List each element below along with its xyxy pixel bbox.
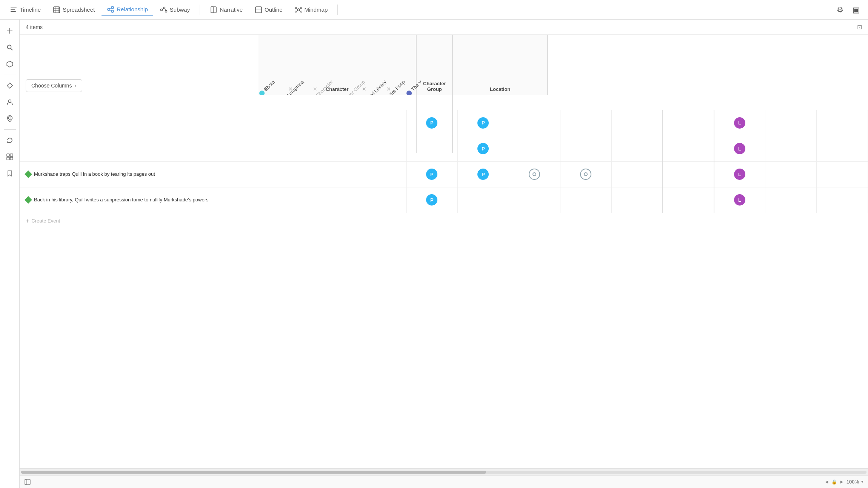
- panel-toggle-button[interactable]: ▣: [849, 3, 863, 17]
- svg-line-12: [110, 10, 111, 11]
- rel-thev-4[interactable]: [817, 187, 868, 213]
- rel-create-group-2[interactable]: [663, 136, 714, 161]
- nav-spreadsheet[interactable]: Spreadsheet: [48, 4, 100, 16]
- refresh-button[interactable]: [2, 133, 17, 148]
- nav-divider-2: [337, 5, 338, 15]
- svg-rect-41: [7, 157, 9, 160]
- rel-create-group-3[interactable]: [663, 161, 714, 187]
- a-badge[interactable]: [580, 169, 591, 180]
- rel-sunfire-1[interactable]: [765, 110, 817, 136]
- filter-icon: [6, 61, 13, 68]
- svg-rect-40: [10, 154, 13, 157]
- rel-grand-library-3[interactable]: L: [714, 161, 765, 187]
- rel-quill-1[interactable]: P: [406, 110, 457, 136]
- p-badge[interactable]: P: [477, 143, 489, 154]
- event-cell-4[interactable]: Back in his library, Quill writes a supp…: [20, 187, 406, 213]
- nav-timeline[interactable]: Timeline: [5, 4, 46, 16]
- rel-seraphina-2[interactable]: [560, 136, 611, 161]
- svg-rect-2: [11, 11, 16, 12]
- bookmark-button[interactable]: [2, 166, 17, 181]
- rel-create-char-4[interactable]: [611, 187, 663, 213]
- chart-button[interactable]: [2, 149, 17, 164]
- rel-sunfire-4[interactable]: [765, 187, 817, 213]
- event-cell-3[interactable]: Murkshade traps Quill in a book by teari…: [20, 161, 406, 187]
- rel-grand-library-4[interactable]: L: [714, 187, 765, 213]
- a-badge[interactable]: [529, 169, 540, 180]
- nav-mindmap[interactable]: Mindmap: [289, 4, 333, 16]
- rel-create-group-4[interactable]: [663, 187, 714, 213]
- search-button[interactable]: [2, 40, 17, 55]
- rel-seraphina-4[interactable]: [560, 187, 611, 213]
- nav-subway[interactable]: Subway: [155, 4, 195, 16]
- rel-create-char-3[interactable]: [611, 161, 663, 187]
- remove-elysia-btn[interactable]: ✕: [263, 86, 269, 92]
- p-badge[interactable]: P: [477, 117, 489, 129]
- rel-quill-2[interactable]: [406, 136, 457, 161]
- rel-murkshade-4[interactable]: [457, 187, 509, 213]
- svg-rect-39: [7, 154, 9, 157]
- rel-sunfire-3[interactable]: [765, 161, 817, 187]
- rel-elysia-4[interactable]: [509, 187, 560, 213]
- l-badge[interactable]: L: [734, 169, 745, 180]
- svg-rect-36: [7, 83, 12, 88]
- zoom-forward-button[interactable]: ►: [839, 479, 844, 485]
- rel-murkshade-1[interactable]: P: [457, 110, 509, 136]
- rel-murkshade-3[interactable]: P: [457, 161, 509, 187]
- svg-marker-35: [7, 61, 13, 67]
- zoom-back-button[interactable]: ◄: [824, 479, 829, 485]
- rel-thev-2[interactable]: [817, 136, 868, 161]
- table-container[interactable]: Choose Columns › Character Character Gro…: [20, 35, 868, 468]
- svg-line-28: [300, 8, 300, 9]
- event-diamond-3: [25, 170, 32, 178]
- svg-point-8: [108, 8, 110, 11]
- rel-grand-library-2[interactable]: L: [714, 136, 765, 161]
- rel-murkshade-2[interactable]: P: [457, 136, 509, 161]
- svg-line-30: [300, 11, 300, 11]
- choose-columns-button[interactable]: Choose Columns ›: [26, 79, 82, 92]
- l-badge[interactable]: L: [734, 143, 745, 154]
- rel-elysia-1[interactable]: [509, 110, 560, 136]
- remove-seraphina-btn[interactable]: ✕: [288, 86, 294, 92]
- rel-grand-library-1[interactable]: L: [714, 110, 765, 136]
- l-badge[interactable]: L: [734, 194, 745, 206]
- rel-thev-3[interactable]: [817, 161, 868, 187]
- svg-point-25: [295, 11, 297, 12]
- diamond-button[interactable]: [2, 78, 17, 93]
- expand-button[interactable]: ⊡: [857, 23, 862, 31]
- add-button[interactable]: [2, 23, 17, 38]
- remove-library-btn[interactable]: ✕: [361, 86, 367, 92]
- rel-create-char-2[interactable]: [611, 136, 663, 161]
- filter-button[interactable]: [2, 57, 17, 72]
- create-event-button[interactable]: + Create Event: [26, 218, 862, 224]
- rel-seraphina-1[interactable]: [560, 110, 611, 136]
- horizontal-scrollbar[interactable]: [20, 468, 868, 475]
- rel-elysia-2[interactable]: [509, 136, 560, 161]
- nav-relationship[interactable]: Relationship: [102, 3, 153, 16]
- l-badge[interactable]: L: [734, 117, 745, 129]
- p-badge[interactable]: P: [426, 169, 437, 180]
- p-badge[interactable]: P: [426, 117, 437, 129]
- rel-sunfire-2[interactable]: [765, 136, 817, 161]
- rel-seraphina-3[interactable]: [560, 161, 611, 187]
- rel-elysia-3[interactable]: [509, 161, 560, 187]
- rel-thev-1[interactable]: [817, 110, 868, 136]
- rel-create-char-1[interactable]: [611, 110, 663, 136]
- settings-button[interactable]: ⚙: [833, 3, 847, 17]
- chevron-right-icon: ›: [75, 83, 77, 89]
- items-count: 4 items: [26, 24, 43, 30]
- zoom-dropdown-button[interactable]: ▾: [861, 479, 863, 484]
- location-button[interactable]: [2, 111, 17, 126]
- rel-quill-3[interactable]: P: [406, 161, 457, 187]
- remove-sunfire-btn[interactable]: ✕: [386, 86, 392, 92]
- p-badge[interactable]: P: [426, 194, 437, 206]
- scrollbar-thumb[interactable]: [21, 471, 486, 474]
- svg-point-26: [300, 11, 302, 12]
- nav-narrative[interactable]: Narrative: [205, 4, 248, 16]
- layout-toggle-button[interactable]: [24, 479, 31, 485]
- status-bar: ◄ 🔒 ► 100% ▾: [20, 475, 868, 488]
- nav-outline[interactable]: Outline: [249, 4, 288, 16]
- person-button[interactable]: [2, 95, 17, 110]
- rel-create-group-1[interactable]: [663, 110, 714, 136]
- rel-quill-4[interactable]: P: [406, 187, 457, 213]
- p-badge[interactable]: P: [477, 169, 489, 180]
